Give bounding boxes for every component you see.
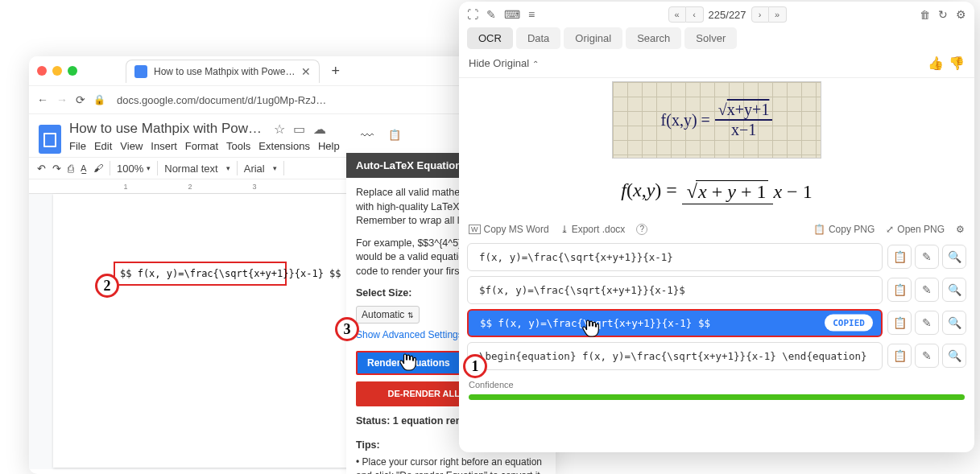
results-list: f(x, y)=\frac{\sqrt{x+y+1}}{x-1} 📋 ✎ 🔍 $… <box>459 243 974 377</box>
edit-icon[interactable]: ✎ <box>915 344 939 368</box>
thumbs-up-icon[interactable]: 👍 <box>928 56 944 71</box>
star-icon[interactable]: ☆ <box>274 122 285 137</box>
crop-icon[interactable]: ⛶ <box>467 8 478 21</box>
handwritten-equation: f(x,y) = √x+y+1x−1 <box>613 82 821 158</box>
size-select[interactable]: Automatic ⇅ <box>356 306 420 324</box>
align-icon[interactable]: ≡ <box>528 8 535 21</box>
export-settings-icon[interactable]: ⚙ <box>956 224 965 235</box>
copy-icon[interactable]: 📋 <box>887 278 912 302</box>
undo-icon[interactable]: ↶ <box>37 163 46 175</box>
menu-extensions[interactable]: Extensions <box>258 140 310 152</box>
tab-title: How to use Mathpix with Powe… <box>154 66 295 77</box>
font-select[interactable]: Arial▾ <box>244 163 277 175</box>
pen-icon[interactable]: ✎ <box>486 8 496 21</box>
settings-icon[interactable]: ⚙ <box>956 8 966 21</box>
zoom-icon[interactable]: 🔍 <box>942 278 966 302</box>
spellcheck-icon[interactable]: A̲ <box>81 163 87 174</box>
paint-format-icon[interactable]: 🖌 <box>93 163 103 174</box>
pager: «‹ 225/227 ›» <box>668 6 787 23</box>
zoom-icon[interactable]: 🔍 <box>942 311 966 335</box>
lock-icon: 🔒 <box>93 94 105 105</box>
open-png[interactable]: ⤢Open PNG <box>886 224 945 235</box>
close-window[interactable] <box>37 66 47 76</box>
docs-logo[interactable] <box>39 125 61 154</box>
tab-search[interactable]: Search <box>626 27 681 49</box>
edit-icon[interactable]: ✎ <box>915 245 939 269</box>
result-row: $f(x, y)=\frac{\sqrt{x+y+1}}{x-1}$ 📋 ✎ 🔍 <box>467 276 966 304</box>
copy-msword[interactable]: WCopy MS Word <box>469 224 549 235</box>
pager-prev[interactable]: ‹ <box>686 6 704 23</box>
export-help-icon[interactable]: ? <box>636 224 647 235</box>
edit-icon[interactable]: ✎ <box>915 278 939 302</box>
tip-1: • Place your cursor right before an equa… <box>356 455 546 474</box>
minimize-window[interactable] <box>52 66 62 76</box>
reload-icon[interactable]: ↻ <box>938 8 948 21</box>
result-latex-display[interactable]: $$ f(x, y)=\frac{\sqrt{x+y+1}}{x-1} $$ C… <box>467 309 883 337</box>
move-folder-icon[interactable]: ▭ <box>293 122 305 137</box>
menu-format[interactable]: Format <box>185 140 218 152</box>
copy-icon[interactable]: 📋 <box>887 311 912 335</box>
zoom-select[interactable]: 100%▾ <box>117 163 151 175</box>
menu-view[interactable]: View <box>120 140 143 152</box>
thumbs-down-icon[interactable]: 👎 <box>949 56 965 71</box>
back-icon[interactable]: ← <box>37 93 48 106</box>
copied-badge: COPIED <box>825 315 873 332</box>
style-select[interactable]: Normal text▾ <box>164 163 229 175</box>
export-docx[interactable]: ⤓Export .docx <box>560 224 626 235</box>
clipboard-icon[interactable]: 📋 <box>388 129 401 143</box>
redo-icon[interactable]: ↷ <box>52 163 61 175</box>
tab-data[interactable]: Data <box>516 27 560 49</box>
menu-help[interactable]: Help <box>318 140 340 152</box>
docs-favicon <box>134 65 147 78</box>
annotation-3: 3 <box>335 317 359 341</box>
result-row: f(x, y)=\frac{\sqrt{x+y+1}}{x-1} 📋 ✎ 🔍 <box>467 243 966 271</box>
zoom-icon[interactable]: 🔍 <box>942 245 966 269</box>
hide-original-toggle[interactable]: Hide Original ⌃ <box>469 57 539 69</box>
tab-original[interactable]: Original <box>564 27 622 49</box>
rendered-equation: f(x,y) = √x + y + 1x − 1 <box>459 159 974 219</box>
result-latex-inline[interactable]: $f(x, y)=\frac{\sqrt{x+y+1}}{x-1}$ <box>467 276 883 304</box>
result-row: \begin{equation} f(x, y)=\frac{\sqrt{x+y… <box>467 342 966 370</box>
document-page[interactable] <box>53 194 359 468</box>
copy-icon[interactable]: 📋 <box>887 344 912 368</box>
pager-next[interactable]: › <box>751 6 769 23</box>
pager-count: 225/227 <box>709 9 746 21</box>
explore-icon[interactable]: 〰 <box>361 129 374 143</box>
result-latex-plain[interactable]: f(x, y)=\frac{\sqrt{x+y+1}}{x-1} <box>467 243 883 271</box>
new-tab-button[interactable]: + <box>331 63 340 80</box>
advanced-settings-link[interactable]: Show Advanced Settings <box>356 329 463 340</box>
copy-icon[interactable]: 📋 <box>887 245 912 269</box>
forward-icon[interactable]: → <box>56 93 68 106</box>
refresh-icon[interactable]: ⟳ <box>76 93 85 106</box>
snip-tabs: OCR Data Original Search Solver <box>459 27 974 49</box>
edit-icon[interactable]: ✎ <box>915 311 939 335</box>
url-text[interactable]: docs.google.com/document/d/1ug0Mp-RzJ… <box>117 94 481 106</box>
export-row: WCopy MS Word ⤓Export .docx ? 📋Copy PNG … <box>459 219 974 243</box>
result-latex-equation-env[interactable]: \begin{equation} f(x, y)=\frac{\sqrt{x+y… <box>467 342 883 370</box>
tab-solver[interactable]: Solver <box>684 27 737 49</box>
menu-tools[interactable]: Tools <box>226 140 250 152</box>
close-tab-icon[interactable]: ✕ <box>301 65 311 78</box>
pager-last[interactable]: » <box>769 6 787 23</box>
confidence-bar <box>469 394 965 400</box>
browser-tab[interactable]: How to use Mathpix with Powe… ✕ <box>126 60 320 83</box>
menu-edit[interactable]: Edit <box>94 140 112 152</box>
menu-insert[interactable]: Insert <box>151 140 177 152</box>
equation-text: $$ f(x, y)=\frac{\sqrt{x+y+1}}{x-1} $$ <box>120 268 341 279</box>
doc-title[interactable]: How to use Mathpix with PowerP… <box>69 121 263 137</box>
cloud-icon[interactable]: ☁ <box>313 122 326 137</box>
copy-png[interactable]: 📋Copy PNG <box>813 224 875 235</box>
annotation-2: 2 <box>95 274 119 298</box>
print-icon[interactable]: ⎙ <box>68 163 74 175</box>
equation-textbox[interactable]: $$ f(x, y)=\frac{\sqrt{x+y+1}}{x-1} $$ <box>114 262 287 286</box>
keyboard-icon[interactable]: ⌨ <box>504 8 520 21</box>
original-image: f(x,y) = √x+y+1x−1 <box>612 81 821 159</box>
docs-sidepanel-icons: 〰 📋 <box>361 129 401 143</box>
trash-icon[interactable]: 🗑 <box>920 9 930 21</box>
menu-file[interactable]: File <box>69 140 86 152</box>
zoom-icon[interactable]: 🔍 <box>942 344 966 368</box>
render-equations-button[interactable]: Render Equations <box>356 351 461 375</box>
tab-ocr[interactable]: OCR <box>467 27 513 49</box>
pager-first[interactable]: « <box>668 6 686 23</box>
maximize-window[interactable] <box>68 66 77 76</box>
